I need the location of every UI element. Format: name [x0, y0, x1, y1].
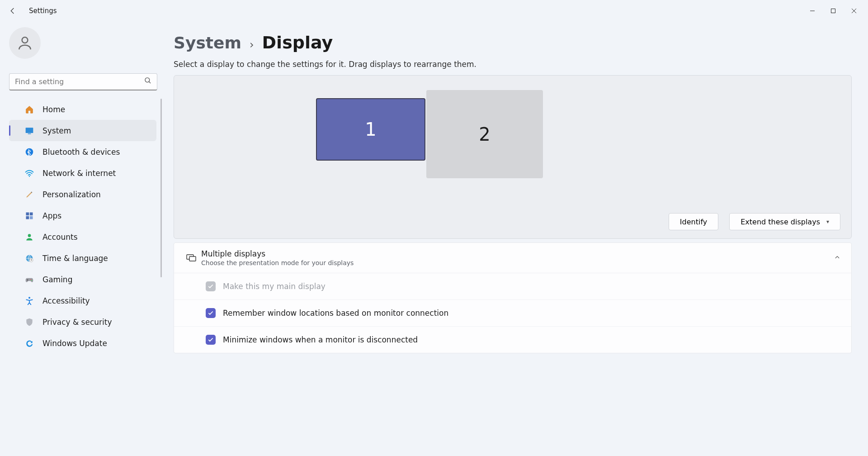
globe-clock-icon	[24, 253, 34, 263]
monitor-1[interactable]: 1	[316, 98, 425, 161]
nav-accessibility[interactable]: Accessibility	[9, 290, 156, 311]
svg-rect-14	[30, 216, 33, 219]
nav-label: System	[42, 126, 71, 135]
nav-label: Gaming	[42, 275, 72, 284]
nav-label: Time & language	[42, 254, 108, 263]
svg-point-15	[28, 234, 31, 237]
svg-point-19	[31, 280, 32, 280]
displays-icon	[183, 252, 199, 263]
breadcrumb-parent[interactable]: System	[174, 33, 241, 52]
option-minimize-disconnect[interactable]: Minimize windows when a monitor is disco…	[174, 326, 851, 353]
nav-gaming[interactable]: Gaming	[9, 269, 156, 290]
accounts-icon	[24, 232, 34, 242]
svg-rect-11	[26, 212, 29, 215]
page-subtitle: Select a display to change the settings …	[174, 60, 852, 69]
nav-time[interactable]: Time & language	[9, 247, 156, 269]
svg-rect-8	[28, 133, 31, 134]
svg-rect-1	[831, 9, 835, 13]
minimize-button[interactable]	[802, 4, 823, 18]
wifi-icon	[24, 168, 34, 178]
nav-label: Network & internet	[42, 169, 116, 178]
paintbrush-icon	[24, 190, 34, 200]
option-label: Minimize windows when a monitor is disco…	[223, 335, 418, 344]
identify-label: Identify	[680, 218, 707, 226]
svg-rect-12	[30, 212, 33, 215]
search-icon	[144, 76, 152, 86]
search-input[interactable]	[9, 73, 157, 90]
checkbox-remember-locations[interactable]	[206, 308, 216, 318]
nav-network[interactable]: Network & internet	[9, 162, 156, 184]
system-icon	[24, 126, 34, 136]
nav-accounts[interactable]: Accounts	[9, 226, 156, 247]
apps-icon	[24, 211, 34, 221]
card-description: Choose the presentation mode for your di…	[201, 259, 834, 266]
accessibility-icon	[24, 296, 34, 306]
svg-rect-7	[26, 128, 33, 133]
breadcrumb-current: Display	[262, 33, 333, 52]
nav-label: Apps	[42, 211, 61, 220]
maximize-button[interactable]	[823, 4, 844, 18]
extend-dropdown[interactable]: Extend these displays ▾	[729, 213, 840, 230]
monitor-2[interactable]: 2	[426, 90, 543, 178]
identify-button[interactable]: Identify	[669, 213, 718, 230]
nav-system[interactable]: System	[9, 120, 156, 141]
card-title: Multiple displays	[201, 249, 834, 258]
nav-label: Accounts	[42, 233, 78, 242]
person-icon	[16, 34, 33, 52]
nav-update[interactable]: Windows Update	[9, 332, 156, 354]
shield-icon	[24, 317, 34, 327]
svg-line-6	[149, 81, 151, 83]
nav-privacy[interactable]: Privacy & security	[9, 311, 156, 332]
svg-point-20	[28, 297, 30, 299]
svg-rect-13	[26, 216, 29, 219]
nav-label: Privacy & security	[42, 318, 112, 327]
nav-bluetooth[interactable]: Bluetooth & devices	[9, 141, 156, 162]
chevron-down-icon: ▾	[826, 218, 829, 225]
nav-label: Bluetooth & devices	[42, 147, 120, 157]
svg-point-5	[145, 78, 150, 82]
nav-label: Windows Update	[42, 339, 107, 348]
user-avatar[interactable]	[9, 27, 41, 59]
nav-apps[interactable]: Apps	[9, 205, 156, 226]
svg-point-4	[22, 37, 28, 43]
close-icon	[851, 8, 857, 14]
app-title: Settings	[29, 7, 57, 15]
svg-rect-22	[189, 256, 196, 261]
bluetooth-icon	[24, 147, 34, 157]
multiple-displays-header[interactable]: Multiple displays Choose the presentatio…	[174, 243, 851, 273]
multiple-displays-card: Multiple displays Choose the presentatio…	[174, 242, 852, 353]
close-button[interactable]	[844, 4, 864, 18]
extend-label: Extend these displays	[741, 218, 820, 226]
svg-point-10	[29, 176, 30, 177]
back-button[interactable]	[4, 2, 22, 20]
option-label: Make this my main display	[223, 282, 326, 291]
minimize-icon	[810, 8, 815, 14]
maximize-icon	[830, 8, 836, 14]
home-icon	[24, 104, 34, 114]
arrow-left-icon	[9, 7, 17, 15]
nav-personalization[interactable]: Personalization	[9, 184, 156, 205]
nav-label: Personalization	[42, 190, 101, 199]
option-remember-locations[interactable]: Remember window locations based on monit…	[174, 299, 851, 326]
option-label: Remember window locations based on monit…	[223, 309, 448, 318]
nav-home[interactable]: Home	[9, 99, 156, 120]
checkbox-main-display	[206, 281, 216, 291]
display-arrangement-panel: 2 1 Identify Extend these displays ▾	[174, 75, 852, 239]
update-icon	[24, 338, 34, 348]
nav-list: Home System Bluetooth & devices Network …	[0, 99, 163, 354]
svg-point-18	[30, 279, 31, 280]
nav-label: Accessibility	[42, 296, 90, 305]
breadcrumb: System › Display	[174, 33, 852, 52]
gaming-icon	[24, 275, 34, 285]
nav-label: Home	[42, 105, 65, 114]
chevron-up-icon	[834, 254, 840, 262]
chevron-right-icon: ›	[250, 38, 254, 51]
monitor-canvas[interactable]: 2 1	[182, 88, 843, 197]
checkbox-minimize-disconnect[interactable]	[206, 335, 216, 345]
sidebar-scrollbar[interactable]	[160, 99, 162, 277]
option-main-display: Make this my main display	[174, 273, 851, 299]
